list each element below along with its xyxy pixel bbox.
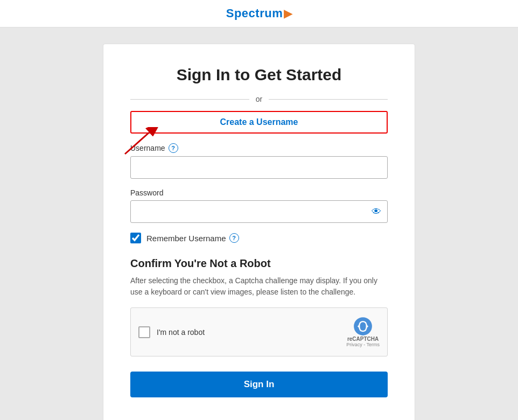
recaptcha-checkbox[interactable] xyxy=(138,326,150,338)
recaptcha-terms-link[interactable]: Terms xyxy=(367,342,380,347)
recaptcha-branding: reCAPTCHA Privacy - Terms xyxy=(346,317,380,347)
username-label: Username ? xyxy=(130,143,388,153)
password-label: Password xyxy=(130,188,388,197)
or-divider: or xyxy=(130,95,388,103)
username-input[interactable] xyxy=(130,156,388,179)
remember-username-row: Remember Username ? xyxy=(130,233,388,243)
recaptcha-left: I'm not a robot xyxy=(138,326,205,338)
recaptcha-privacy-link[interactable]: Privacy xyxy=(346,342,362,347)
create-username-section: Create a Username xyxy=(130,111,388,134)
svg-point-2 xyxy=(354,317,372,335)
recaptcha-label: I'm not a robot xyxy=(157,328,205,337)
create-username-button[interactable]: Create a Username xyxy=(130,111,388,134)
password-wrapper: 👁 xyxy=(130,200,388,223)
password-input[interactable] xyxy=(130,200,388,223)
username-help-icon[interactable]: ? xyxy=(169,143,178,153)
remember-username-label: Remember Username ? xyxy=(146,233,239,243)
remember-username-checkbox[interactable] xyxy=(130,233,141,243)
logo-text: Spectrum xyxy=(226,6,283,20)
password-field-group: Password 👁 xyxy=(130,188,388,223)
username-field-group: Username ? xyxy=(130,143,388,188)
recaptcha-widget[interactable]: I'm not a robot reCAPTCHA Privacy - Term… xyxy=(130,307,388,356)
page-title: Sign In to Get Started xyxy=(130,66,388,84)
or-text: or xyxy=(256,95,262,103)
recaptcha-brand-text: reCAPTCHA xyxy=(347,336,379,342)
divider-line-left xyxy=(130,99,249,100)
sign-in-card: Sign In to Get Started or Create a Usern… xyxy=(103,44,415,420)
spectrum-logo: Spectrum ▶ xyxy=(226,6,292,20)
sign-in-button[interactable]: Sign In xyxy=(130,372,388,397)
top-bar: Spectrum ▶ xyxy=(0,0,518,27)
robot-section-title: Confirm You're Not a Robot xyxy=(130,257,388,270)
remember-help-icon[interactable]: ? xyxy=(229,233,239,243)
logo-arrow-icon: ▶ xyxy=(284,7,292,20)
show-password-icon[interactable]: 👁 xyxy=(372,206,381,218)
divider-line-right xyxy=(269,99,388,100)
recaptcha-links: Privacy - Terms xyxy=(346,342,380,347)
robot-description: After selecting the checkbox, a Captcha … xyxy=(130,275,388,298)
recaptcha-logo-icon xyxy=(353,317,373,336)
